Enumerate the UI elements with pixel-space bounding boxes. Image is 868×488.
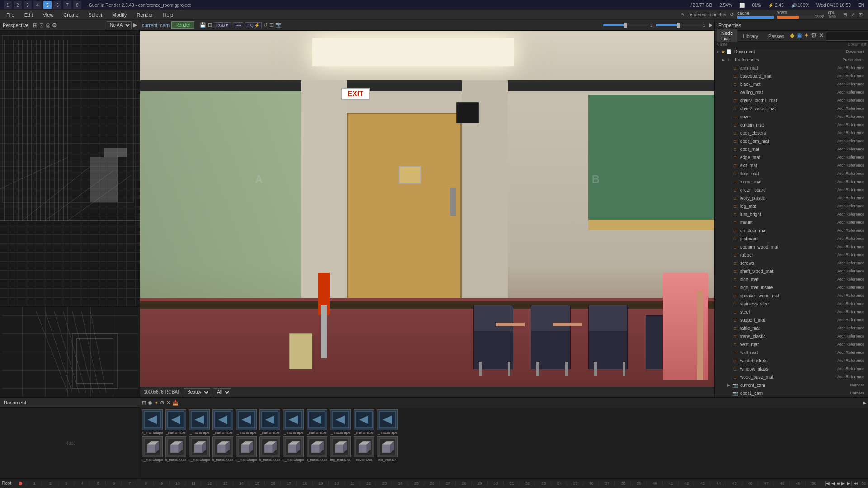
node-on_door_mat[interactable]: □ on_door_mat ArchReference: [715, 226, 868, 235]
timeline-frame-35[interactable]: 35: [567, 481, 583, 486]
vp-icon2[interactable]: ⊡: [39, 22, 44, 28]
mat-toolbar-icon6[interactable]: 📥: [172, 400, 179, 406]
timeline-frame-42[interactable]: 42: [678, 481, 694, 486]
menu-modify[interactable]: Modify: [108, 11, 131, 19]
timeline-frame-14[interactable]: 14: [233, 481, 249, 486]
node-green_board[interactable]: □ green_board ArchReference: [715, 186, 868, 194]
next-frame-btn[interactable]: ▶|: [847, 481, 852, 486]
node-shaft_wood_mat[interactable]: □ shaft_wood_mat ArchReference: [715, 267, 868, 275]
camera-icon-btn[interactable]: 📷: [275, 22, 282, 28]
material-item[interactable]: _mat:Shape: [165, 409, 187, 435]
timeline-frame-31[interactable]: 31: [503, 481, 519, 486]
material-item[interactable]: _mat:Shape: [235, 409, 258, 435]
material-item-cube[interactable]: k_mat:Shape: [235, 436, 258, 462]
timeline-frame-12[interactable]: 12: [201, 481, 217, 486]
timeline-frame-16[interactable]: 16: [264, 481, 280, 486]
mat-toolbar-icon2[interactable]: ◉: [148, 400, 152, 406]
node-document[interactable]: ▶ ★ 📄 Document Document: [715, 47, 868, 56]
timeline-frame-11[interactable]: 11: [185, 481, 201, 486]
node-search-input[interactable]: [826, 32, 868, 41]
refresh-icon[interactable]: ↺: [730, 12, 734, 18]
node-leg_mat[interactable]: □ leg_mat ArchReference: [715, 202, 868, 210]
timeline-frame-1[interactable]: 1: [26, 481, 42, 486]
menu-help[interactable]: Help: [158, 11, 178, 19]
material-item-cube[interactable]: cover:Sha: [353, 436, 375, 462]
timeline-frame-39[interactable]: 39: [630, 481, 646, 486]
node-door1_cam[interactable]: 📷 door1_cam Camera: [715, 389, 868, 397]
material-item[interactable]: _mat:Shape: [212, 409, 234, 435]
timeline-frame-8[interactable]: 8: [137, 481, 153, 486]
node-cover[interactable]: □ cover ArchReference: [715, 113, 868, 121]
timeline-frame-50[interactable]: 50: [805, 481, 821, 486]
timeline-frame-32[interactable]: 32: [519, 481, 535, 486]
format-btn[interactable]: ▪▪▪▪: [233, 22, 243, 28]
timeline-frame-10[interactable]: 10: [169, 481, 185, 486]
material-item[interactable]: _mat:Shape: [306, 409, 328, 435]
menu-edit[interactable]: Edit: [20, 11, 38, 19]
node-lum_bright[interactable]: □ lum_bright ArchReference: [715, 210, 868, 218]
timeline-frame-28[interactable]: 28: [455, 481, 471, 486]
node-window_glass[interactable]: □ window_glass ArchReference: [715, 365, 868, 373]
refresh-render-icon[interactable]: ↺: [264, 22, 268, 28]
material-item[interactable]: _mat:Shape: [282, 409, 305, 435]
3d-viewport[interactable]: [0, 31, 140, 306]
material-item-cube[interactable]: k_mat:Shape: [259, 436, 281, 462]
timeline-frame-34[interactable]: 34: [551, 481, 566, 486]
beauty-select[interactable]: Beauty: [184, 388, 210, 396]
nl-icon4[interactable]: ⚙: [811, 32, 817, 41]
node-ivory_plastic[interactable]: □ ivory_plastic ArchReference: [715, 194, 868, 202]
node-door_mat[interactable]: □ door_mat ArchReference: [715, 145, 868, 153]
tab-4[interactable]: 4: [33, 1, 42, 9]
crop-icon[interactable]: ⊡: [269, 22, 274, 28]
node-wood_base_mat[interactable]: □ wood_base_mat ArchReference: [715, 373, 868, 381]
aa-select[interactable]: No AA: [107, 21, 132, 29]
menu-file[interactable]: File: [2, 11, 19, 19]
tab-8[interactable]: 8: [73, 1, 81, 9]
properties-icon3[interactable]: ⊡: [859, 12, 863, 18]
node-exit_mat[interactable]: □ exit_mat ArchReference: [715, 161, 868, 169]
node-curtain_mat[interactable]: □ curtain_mat ArchReference: [715, 121, 868, 129]
prev-frame-btn[interactable]: |◀: [825, 481, 830, 486]
nl-icon5[interactable]: ✕: [819, 32, 824, 41]
tab-passes[interactable]: Passes: [764, 33, 789, 40]
timeline-frame-19[interactable]: 19: [312, 481, 328, 486]
node-preferences[interactable]: ▶ □ Preferences Preferences: [715, 56, 868, 64]
mat-toolbar-icon3[interactable]: ✦: [154, 400, 158, 406]
node-wastebaskets[interactable]: □ wastebaskets ArchReference: [715, 357, 868, 365]
node-door_jam_mat[interactable]: □ door_jam_mat ArchReference: [715, 137, 868, 145]
node-ceiling_mat[interactable]: □ ceiling_mat ArchReference: [715, 88, 868, 96]
node-chair2_wood_mat[interactable]: □ chair2_wood_mat ArchReference: [715, 104, 868, 113]
mat-toolbar-icon4[interactable]: ⚙: [160, 400, 165, 406]
timeline-frame-4[interactable]: 4: [74, 481, 90, 486]
material-item[interactable]: k_mat:Shape: [141, 409, 164, 435]
tab-2[interactable]: 2: [14, 1, 22, 9]
timeline-track[interactable]: 1234567891011121314151617181920212223242…: [26, 481, 821, 486]
timeline-frame-40[interactable]: 40: [646, 481, 662, 486]
hq-btn[interactable]: HQ ⚡: [245, 22, 262, 28]
timeline-frame-21[interactable]: 21: [344, 481, 360, 486]
material-item[interactable]: _mat:Shape: [353, 409, 375, 435]
channels-btn[interactable]: RGB▼: [214, 22, 231, 28]
properties-icon1[interactable]: ⊞: [843, 12, 847, 18]
stop-btn[interactable]: ■: [837, 481, 840, 486]
render-button[interactable]: Render: [171, 21, 194, 29]
tab-node-list[interactable]: Node List: [717, 29, 737, 43]
vp-icon3[interactable]: ◎: [46, 22, 50, 28]
tab-library[interactable]: Library: [738, 33, 763, 40]
save-icon[interactable]: 💾: [200, 22, 206, 28]
timeline-frame-47[interactable]: 47: [758, 481, 774, 486]
timeline-frame-6[interactable]: 6: [105, 481, 121, 486]
node-speaker_wood_mat[interactable]: □ speaker_wood_mat ArchReference: [715, 291, 868, 300]
timeline-frame-7[interactable]: 7: [121, 481, 137, 486]
node-trans_plastic[interactable]: □ trans_plastic ArchReference: [715, 332, 868, 340]
timeline-frame-27[interactable]: 27: [439, 481, 455, 486]
node-sign_mat[interactable]: □ sign_mat ArchReference: [715, 275, 868, 283]
tab-1[interactable]: 1: [4, 1, 12, 9]
node-baseboard_mat[interactable]: □ baseboard_mat ArchReference: [715, 72, 868, 80]
vp-expand-icon[interactable]: ▶: [133, 22, 137, 28]
material-item-cube[interactable]: k_mat:Shape: [212, 436, 234, 462]
timeline-frame-48[interactable]: 48: [774, 481, 789, 486]
node-door_closers[interactable]: □ door_closers ArchReference: [715, 129, 868, 137]
timeline-frame-15[interactable]: 15: [249, 481, 264, 486]
timeline-frame-20[interactable]: 20: [328, 481, 344, 486]
